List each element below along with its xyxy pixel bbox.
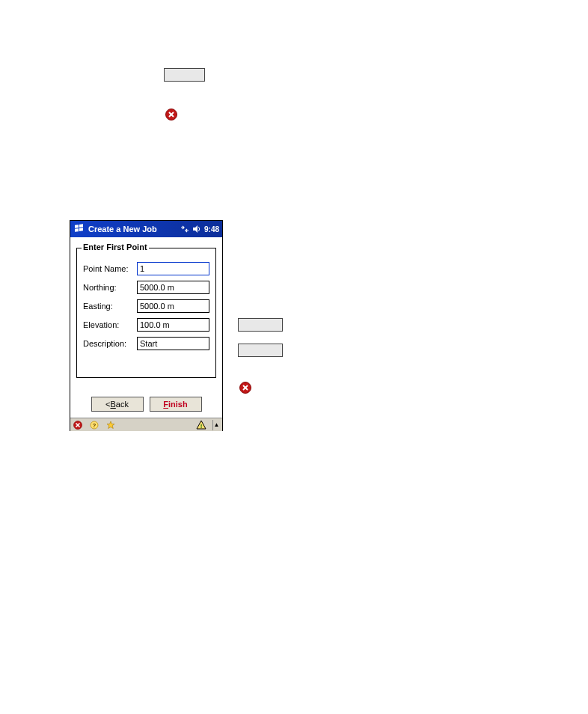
floating-button-mid-b[interactable] (238, 344, 283, 357)
floating-button-top[interactable] (164, 68, 205, 82)
northing-label: Northing: (83, 283, 137, 292)
row-description: Description: (83, 337, 209, 350)
svg-rect-7 (79, 228, 83, 231)
wizard-buttons: < Back Finish (70, 397, 222, 412)
point-name-input[interactable] (137, 262, 209, 275)
svg-marker-14 (107, 421, 114, 429)
floating-button-mid-a[interactable] (238, 318, 283, 332)
help-icon[interactable]: ? (89, 420, 99, 430)
window-title: Create a New Job (88, 225, 180, 234)
warning-icon[interactable]: ! (196, 420, 206, 430)
pda-body: Enter First Point Point Name: Northing: … (70, 237, 222, 418)
svg-rect-4 (75, 225, 79, 228)
status-area: 9:48 (180, 225, 219, 234)
speaker-icon (192, 225, 201, 233)
pda-titlebar: Create a New Job 9:48 (70, 221, 222, 237)
svg-marker-8 (193, 225, 197, 233)
easting-input[interactable] (137, 299, 209, 313)
finish-suffix: inish (168, 400, 188, 409)
clock-time: 9:48 (204, 225, 219, 234)
row-easting: Easting: (83, 299, 209, 313)
error-icon (239, 382, 251, 394)
row-northing: Northing: (83, 281, 209, 294)
svg-text:?: ? (93, 422, 97, 429)
pda-window: Create a New Job 9:48 Enter First Point … (70, 220, 223, 431)
enter-first-point-group: Enter First Point Point Name: Northing: … (76, 248, 216, 378)
point-name-label: Point Name: (83, 264, 137, 273)
row-elevation: Elevation: (83, 318, 209, 332)
svg-rect-5 (79, 224, 83, 228)
elevation-label: Elevation: (83, 320, 137, 329)
favorite-icon[interactable] (105, 420, 116, 430)
finish-button[interactable]: Finish (150, 397, 202, 412)
row-point-name: Point Name: (83, 262, 209, 275)
close-icon[interactable] (73, 420, 83, 430)
northing-input[interactable] (137, 281, 209, 294)
windows-start-icon[interactable] (73, 223, 85, 235)
error-icon (165, 109, 177, 120)
sip-up-arrow[interactable]: ▲ (212, 420, 220, 430)
back-button[interactable]: < Back (91, 397, 144, 412)
easting-label: Easting: (83, 302, 137, 311)
group-legend: Enter First Point (82, 242, 149, 251)
elevation-input[interactable] (137, 318, 209, 332)
description-label: Description: (83, 339, 137, 348)
finish-mnemonic: F (163, 400, 168, 409)
back-suffix: ack (116, 400, 129, 409)
description-input[interactable] (137, 337, 209, 350)
back-mnemonic: B (110, 400, 115, 409)
svg-rect-6 (75, 228, 79, 232)
svg-text:!: ! (200, 423, 203, 430)
pda-bottombar: ? ! ▲ (70, 418, 222, 431)
connectivity-icon (180, 225, 189, 233)
